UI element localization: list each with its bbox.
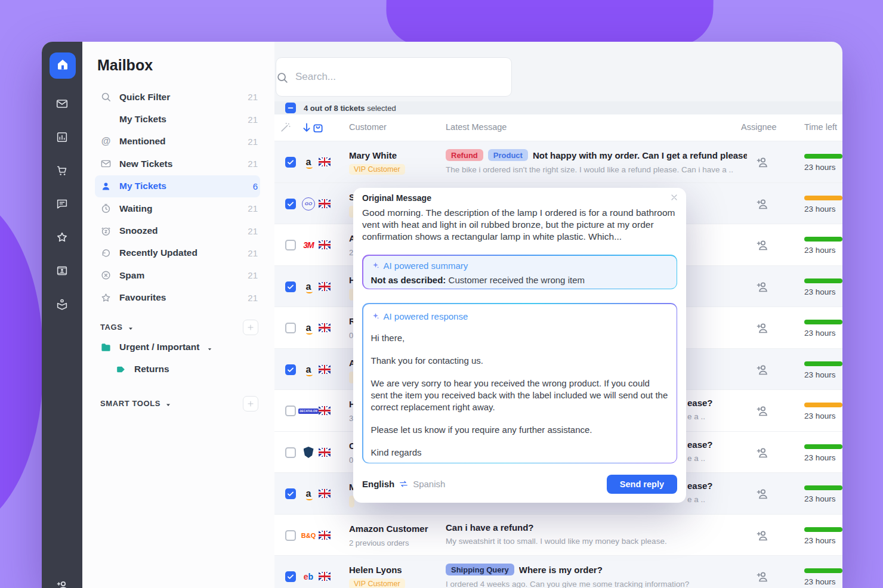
ticket-checkbox[interactable] [285,447,296,458]
sidebar-item-favourites[interactable]: Favourites 21 [95,287,260,309]
table-row[interactable]: eb Helen LyonsVIP Customer Shipping Quer… [274,556,842,588]
assign-user-icon[interactable] [755,570,770,584]
user-add-icon[interactable] [55,579,70,588]
assign-user-icon[interactable] [755,280,770,294]
language-from[interactable]: English [362,479,394,489]
latest-message[interactable]: Can i have a refund? My sweatshirt it to… [446,522,747,546]
customer-name: Amazon Customer [349,523,443,535]
vip-badge: VIP Customer [349,164,405,175]
assign-user-icon[interactable] [755,363,770,377]
original-message-text: Good morning. The description of the lam… [362,207,677,243]
orders-bag-icon[interactable] [312,122,324,134]
sidebar-item-spam[interactable]: Spam 21 [95,264,260,286]
table-row[interactable]: a Mary WhiteVIP Customer RefundProductNo… [274,141,842,183]
tag-icon [115,364,126,375]
assign-user-icon[interactable] [755,445,770,460]
sidebar-item-count: 21 [248,92,258,102]
column-time-left[interactable]: Time left [804,122,837,132]
time-left-cell: 23 hours [804,568,842,586]
assign-user-icon[interactable] [755,321,770,335]
sidebar-item-new-tickets[interactable]: New Tickets 21 [95,153,260,175]
vip-badge: VIP Customer [349,578,405,588]
sort-arrow-down-icon[interactable] [301,122,313,134]
knowledge-book-icon [55,298,69,313]
ticket-checkbox[interactable] [285,323,296,333]
sidebar-item-my-tickets[interactable]: My Tickets 21 [95,108,260,130]
smart-tools-header[interactable]: SMART TOOLS [100,399,160,408]
ticket-checkbox[interactable] [285,364,296,375]
add-tag-button[interactable] [243,320,258,335]
time-left-text: 23 hours [804,163,842,172]
sidebar-item-recently-updated[interactable]: Recently Updated 21 [95,242,260,264]
sidebar-item-snoozed[interactable]: Snoozed 21 [95,219,260,242]
avatar-icon [100,114,112,125]
language-to[interactable]: Spanish [413,479,445,489]
chevron-down-icon[interactable] [127,324,134,331]
ticket-checkbox[interactable] [285,406,296,416]
rail-orders-cart-button[interactable] [42,155,82,188]
sidebar-item-quick-filter[interactable]: Quick Filter 21 [95,86,260,108]
tags-header[interactable]: TAGS [100,323,123,332]
rail-analytics-button[interactable] [42,122,82,155]
ticket-checkbox[interactable] [285,199,296,209]
assign-user-icon[interactable] [755,197,770,211]
time-left-text: 23 hours [804,287,842,296]
tag-urgent-important[interactable]: Urgent / Important [100,336,258,358]
time-left-text: 23 hours [804,246,842,255]
home-button[interactable] [50,52,76,79]
chevron-down-icon[interactable] [165,400,172,407]
ticket-checkbox[interactable] [285,530,296,541]
search-input[interactable] [295,71,498,83]
selection-count-text: 4 out of 8 tickets selected [304,104,396,113]
sidebar-item-label: Spam [119,270,144,281]
at-icon: @ [100,136,112,147]
ticket-checkbox[interactable] [285,240,296,250]
ticket-checkbox[interactable] [285,157,296,168]
sidebar-item-mentioned[interactable]: @ Mentioned 21 [95,131,260,153]
sla-progress-bar [804,485,842,490]
column-latest-message[interactable]: Latest Message [446,122,507,132]
ticket-checkbox[interactable] [285,281,296,292]
assign-user-icon[interactable] [755,404,770,418]
sidebar-item-count: 21 [248,293,258,303]
rail-chat-button[interactable] [42,188,82,222]
assign-user-icon[interactable] [755,238,770,252]
latest-message[interactable]: RefundProductNot happy with my order. Ca… [446,149,747,174]
sla-progress-bar [804,278,842,283]
assign-user-icon[interactable] [755,528,770,543]
rail-contacts-card-button[interactable] [42,255,82,289]
sparkle-icon [371,261,380,270]
decathlon-logo: DECATHLON [301,404,316,417]
time-left-text: 23 hours [804,205,842,213]
sidebar-item-label: My Tickets [119,114,166,125]
assign-user-icon[interactable] [755,155,770,169]
rail-mail-button[interactable] [42,88,82,122]
sidebar-item-my-tickets[interactable]: My Tickets 6 [95,175,260,197]
select-all-checkbox[interactable] [285,103,296,113]
ticket-checkbox[interactable] [285,571,296,582]
column-customer[interactable]: Customer [349,122,387,132]
uk-flag-icon [319,489,331,498]
assign-user-icon[interactable] [755,487,770,501]
rail-knowledge-book-button[interactable] [42,289,82,322]
sidebar-item-label: Recently Updated [119,247,197,258]
swap-languages-icon[interactable] [399,479,409,489]
ticket-checkbox[interactable] [285,488,296,499]
tag-returns[interactable]: Returns [100,358,258,380]
latest-message[interactable]: Shipping QueryWhere is my order? I order… [446,564,747,588]
uk-flag-icon [319,323,331,332]
table-row[interactable]: B&Q Amazon Customer2 previous orders Can… [274,515,842,556]
ai-response-box[interactable]: AI powered response Hi there,Thank you f… [362,303,677,463]
close-icon[interactable] [669,193,679,202]
rail-star-button[interactable] [42,222,82,255]
send-reply-button[interactable]: Send reply [607,475,677,494]
ai-response-paragraph: We are very sorry to hear you received t… [371,377,669,413]
add-smart-tool-button[interactable] [243,396,258,411]
magic-wand-icon[interactable] [279,122,291,134]
page-title: Mailbox [97,57,274,74]
customer-cell: Helen LyonsVIP Customer [349,564,443,588]
column-assignee[interactable]: Assignee [741,122,777,132]
chevron-down-icon[interactable] [206,344,213,351]
amazon-logo: a [301,487,316,500]
sidebar-item-waiting[interactable]: Waiting 21 [95,197,260,219]
